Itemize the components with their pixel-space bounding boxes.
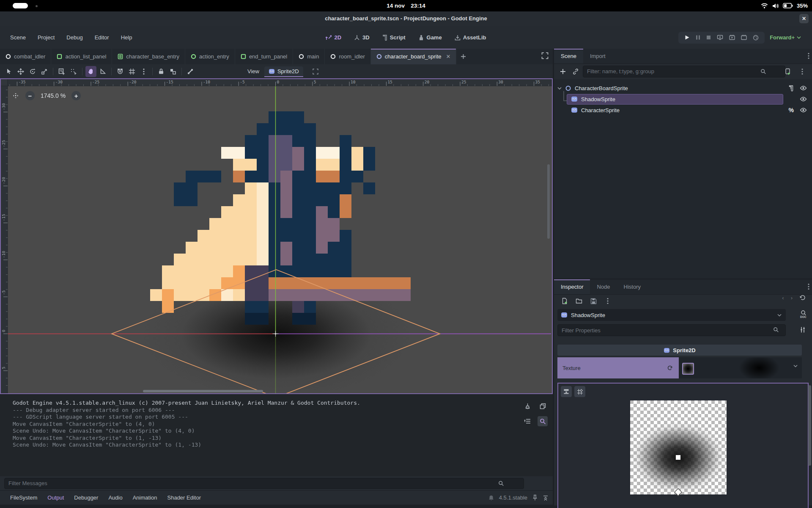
clapper-button[interactable] <box>741 35 747 40</box>
revert-icon[interactable] <box>667 365 673 371</box>
attach-script-button[interactable] <box>782 66 793 77</box>
pause-button[interactable] <box>696 35 700 40</box>
window-close-button[interactable]: ✕ <box>799 14 809 23</box>
menu-project[interactable]: Project <box>33 32 59 43</box>
filter-properties-input[interactable] <box>557 324 786 336</box>
rotate-tool-icon[interactable] <box>27 66 38 77</box>
scene-tree-menu-icon[interactable] <box>797 66 808 77</box>
history-back-icon[interactable]: ‹ <box>782 295 784 301</box>
history-forward-icon[interactable]: › <box>791 295 793 301</box>
scale-tool-icon[interactable] <box>39 66 50 77</box>
menu-editor[interactable]: Editor <box>91 32 113 43</box>
save-icon[interactable] <box>588 295 599 306</box>
expand-viewport-icon[interactable] <box>310 66 321 77</box>
fill-mode-button[interactable] <box>561 386 572 397</box>
remote-debug-button[interactable] <box>717 35 723 40</box>
context-assetlib[interactable]: AssetLib <box>450 32 491 43</box>
scene-tab-action_entry[interactable]: action_entry <box>185 49 235 64</box>
dock-menu-icon[interactable] <box>808 283 809 290</box>
notification-bell-icon[interactable] <box>488 495 494 501</box>
menu-scene[interactable]: Scene <box>6 32 30 43</box>
scene-tab-room_idler[interactable]: room_idler <box>325 49 370 64</box>
snap-grid-button[interactable] <box>574 386 585 397</box>
instance-scene-button[interactable] <box>570 66 581 77</box>
edited-object-selector[interactable]: ShadowSprite <box>557 309 786 321</box>
ruler-tool-icon[interactable] <box>97 66 108 77</box>
bottom-panel-audio[interactable]: Audio <box>104 492 126 503</box>
scene-tab-character_base_entry[interactable]: character_base_entry <box>112 49 185 64</box>
collapse-messages-button[interactable] <box>522 416 532 426</box>
zoom-out-button[interactable]: − <box>25 91 35 100</box>
load-resource-icon[interactable] <box>573 295 584 306</box>
inspector-scrollbar[interactable] <box>808 385 811 466</box>
context-3d[interactable]: 3D <box>350 32 374 43</box>
scene-tab-end_turn_panel[interactable]: end_turn_panel <box>235 49 293 64</box>
stop-button[interactable] <box>706 35 711 40</box>
context-game[interactable]: Game <box>414 32 446 43</box>
tab-import[interactable]: Import <box>583 49 612 64</box>
gradient-edge-handle[interactable] <box>674 488 682 496</box>
bone-icon[interactable] <box>185 66 196 77</box>
close-tab-icon[interactable]: ✕ <box>446 53 451 60</box>
clear-output-button[interactable] <box>522 401 532 411</box>
lock-icon[interactable] <box>156 66 167 77</box>
bottom-panel-filesystem[interactable]: FileSystem <box>6 492 41 503</box>
menu-debug[interactable]: Debug <box>62 32 87 43</box>
snap-grid-icon[interactable] <box>126 66 137 77</box>
context-2d[interactable]: 2D <box>321 32 346 43</box>
expand-arrow-icon[interactable] <box>557 87 562 90</box>
snap-magnet-icon[interactable] <box>115 66 126 77</box>
scene-tab-main[interactable]: main <box>293 49 325 64</box>
eye-icon[interactable] <box>800 86 807 91</box>
texture-value-cell[interactable] <box>679 357 802 378</box>
tab-history[interactable]: History <box>617 279 647 294</box>
tab-node[interactable]: Node <box>590 279 617 294</box>
open-docs-icon[interactable]: DOC <box>799 310 807 318</box>
bottom-panel-output[interactable]: Output <box>43 492 68 503</box>
texture-thumbnail[interactable] <box>682 363 694 375</box>
select-tool-icon[interactable] <box>3 66 14 77</box>
percent-icon[interactable]: % <box>789 107 794 113</box>
dock-menu-icon[interactable] <box>808 52 809 59</box>
new-scene-tab-button[interactable] <box>456 49 470 64</box>
expand-bottom-panel-icon[interactable] <box>543 495 549 501</box>
eye-icon[interactable] <box>800 108 807 113</box>
movie-writer-button[interactable] <box>729 35 735 40</box>
add-node-button[interactable] <box>557 66 568 77</box>
texture-property-row[interactable]: Texture <box>557 357 802 378</box>
center-view-icon[interactable] <box>12 92 19 99</box>
scene-filter-input[interactable] <box>583 66 785 77</box>
context-script[interactable]: Script <box>378 32 410 43</box>
scene-tree-row-CharacterBoardSprite[interactable]: CharacterBoardSprite <box>554 83 812 94</box>
menu-help[interactable]: Help <box>117 32 137 43</box>
filter-messages-input[interactable] <box>4 478 524 489</box>
scene-tree-row-CharacterSprite[interactable]: CharacterSprite% <box>554 105 812 116</box>
sprite2d-context-button[interactable]: Sprite2D <box>264 66 303 76</box>
move-tool-icon[interactable] <box>15 66 26 77</box>
group-icon[interactable] <box>167 66 178 77</box>
script-icon[interactable] <box>788 85 794 91</box>
bottom-panel-debugger[interactable]: Debugger <box>70 492 102 503</box>
eye-icon[interactable] <box>800 97 807 102</box>
pin-bottom-panel-icon[interactable] <box>532 494 538 501</box>
tab-scene[interactable]: Scene <box>554 49 583 64</box>
play-button[interactable] <box>684 35 690 40</box>
scene-tab-character_board_sprite[interactable]: character_board_sprite✕ <box>371 49 457 64</box>
paint-override-button[interactable] <box>753 35 759 41</box>
scene-tab-combat_idler[interactable]: combat_idler <box>0 49 51 64</box>
property-tools-icon[interactable] <box>799 326 806 333</box>
view-menu-button[interactable]: View <box>243 66 263 76</box>
renderer-selector[interactable]: Forward+ <box>770 34 801 41</box>
scene-tab-action_list_panel[interactable]: action_list_panel <box>51 49 112 64</box>
bottom-panel-animation[interactable]: Animation <box>129 492 162 503</box>
tab-inspector[interactable]: Inspector <box>554 279 590 294</box>
copy-output-button[interactable] <box>538 401 548 411</box>
search-output-button[interactable] <box>538 416 548 426</box>
gradient-texture-preview[interactable] <box>630 400 727 494</box>
pan-tool-icon[interactable] <box>85 66 96 77</box>
inspector-category[interactable]: Sprite2D <box>557 345 802 356</box>
bottom-panel-shader-editor[interactable]: Shader Editor <box>163 492 206 503</box>
scene-tree-row-ShadowSprite[interactable]: ShadowSprite <box>554 94 812 105</box>
object-history-icon[interactable] <box>799 294 806 301</box>
zoom-in-button[interactable]: + <box>71 91 81 100</box>
